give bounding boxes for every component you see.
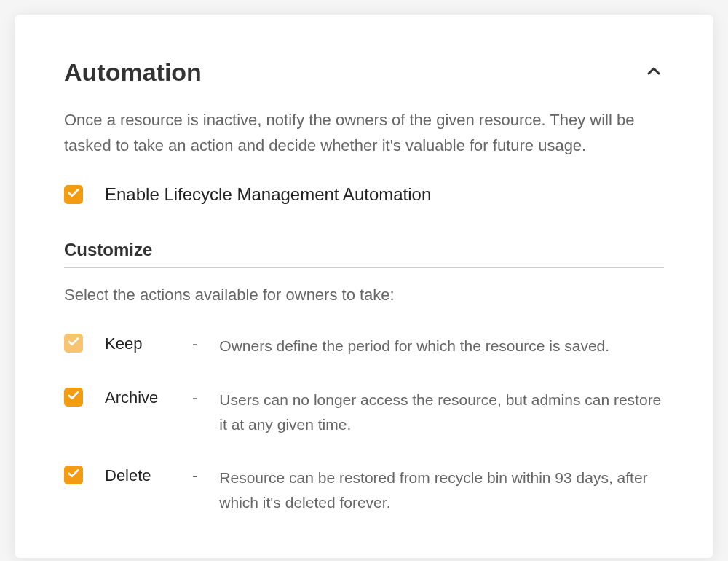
action-label: Keep	[105, 334, 170, 353]
action-description: Users can no longer access the resource,…	[219, 388, 664, 436]
check-icon	[67, 335, 80, 351]
panel-header: Automation	[64, 58, 664, 87]
delete-checkbox[interactable]	[64, 466, 83, 484]
action-dash: -	[192, 388, 197, 407]
action-row-delete: Delete - Resource can be restored from r…	[64, 466, 664, 514]
panel-description: Once a resource is inactive, notify the …	[64, 107, 664, 158]
customize-heading: Customize	[64, 240, 664, 268]
chevron-up-icon	[645, 63, 662, 83]
panel-title: Automation	[64, 58, 202, 87]
action-label: Delete	[105, 466, 170, 485]
action-dash: -	[192, 334, 197, 353]
collapse-toggle[interactable]	[644, 63, 664, 83]
enable-automation-checkbox[interactable]	[64, 185, 83, 204]
customize-subheading: Select the actions available for owners …	[64, 286, 664, 305]
enable-automation-label: Enable Lifecycle Management Automation	[105, 184, 431, 205]
action-row-keep: Keep - Owners define the period for whic…	[64, 334, 664, 358]
enable-automation-row: Enable Lifecycle Management Automation	[64, 184, 664, 205]
action-row-archive: Archive - Users can no longer access the…	[64, 388, 664, 436]
action-dash: -	[192, 466, 197, 485]
archive-checkbox[interactable]	[64, 388, 83, 407]
automation-panel: Automation Once a resource is inactive, …	[15, 15, 713, 558]
action-description: Resource can be restored from recycle bi…	[219, 466, 664, 514]
action-description: Owners define the period for which the r…	[219, 334, 664, 358]
check-icon	[67, 389, 80, 405]
check-icon	[67, 467, 80, 483]
action-label: Archive	[105, 388, 170, 407]
check-icon	[67, 187, 80, 203]
keep-checkbox[interactable]	[64, 334, 83, 353]
